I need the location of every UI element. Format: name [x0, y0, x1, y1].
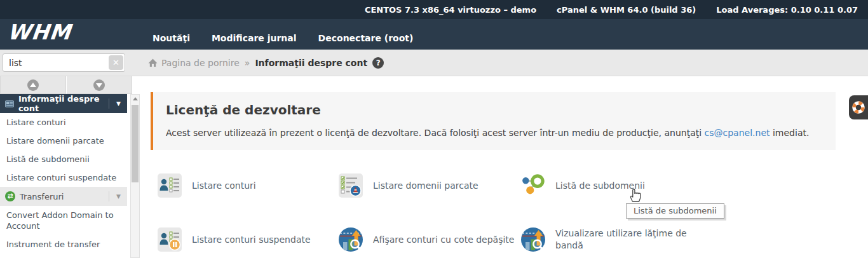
- sidebar-item-list-accounts[interactable]: Listare conturi: [0, 113, 127, 132]
- feature-bandwidth-usage[interactable]: Vizualizare utilizare lăţime de bandă: [521, 227, 705, 252]
- feature-list-accounts[interactable]: Listare conturi: [158, 173, 256, 198]
- notice-title: Licenţă de dezvoltare: [166, 102, 823, 118]
- suspended-accounts-icon: [158, 227, 182, 252]
- feature-label: Listare domenii parcate: [373, 180, 478, 192]
- tooltip: Listă de subdomenii: [626, 203, 724, 219]
- breadcrumb-separator: »: [245, 58, 250, 68]
- whm-logo[interactable]: WHM: [6, 20, 72, 44]
- breadcrumb: Pagina de pornire » Informaţii despre co…: [148, 50, 384, 76]
- whm-window: CENTOS 7.3 x86_64 virtuozzo – demo cPane…: [0, 0, 868, 258]
- account-info-icon: [5, 100, 14, 108]
- sidebar-section-title: Informaţii despre cont: [18, 94, 104, 113]
- sidebar-scrollbar[interactable]: [130, 94, 140, 258]
- subheader: ✕ Pagina de pornire » Informaţii despre …: [0, 50, 868, 76]
- mouse-cursor-icon: [628, 186, 642, 205]
- accounts-list-icon: [158, 173, 182, 198]
- feature-list-suspended-accounts[interactable]: Listare conturi suspendate: [158, 227, 311, 252]
- load-averages: Load Averages: 0.10 0.11 0.07: [716, 5, 858, 15]
- feature-label: Afişare conturi cu cote depăşite: [373, 234, 514, 246]
- breadcrumb-home[interactable]: Pagina de pornire: [148, 58, 240, 68]
- scroll-down-button[interactable]: [66, 76, 132, 94]
- scrollbar-up-icon[interactable]: [131, 95, 139, 103]
- arrow-down-icon: [93, 79, 105, 91]
- search-box: ✕: [3, 53, 125, 72]
- nav-news[interactable]: Noutăţi: [153, 33, 190, 43]
- feature-quota-exceeded[interactable]: Afişare conturi cu cote depăşite: [339, 227, 514, 252]
- feature-label: Vizualizare utilizare lăţime de bandă: [555, 227, 705, 252]
- lifesaver-icon: [851, 100, 865, 114]
- system-info: CENTOS 7.3 x86_64 virtuozzo – demo: [365, 5, 536, 15]
- sidebar-pager: [0, 76, 132, 94]
- sidebar-section-transfers[interactable]: ⇄ Transferuri ▼: [0, 187, 127, 206]
- quota-exceeded-icon: [339, 227, 363, 252]
- feature-label: Listare conturi suspendate: [192, 234, 311, 246]
- transfers-icon: ⇄: [5, 191, 15, 201]
- sidebar-section-title: Transferuri: [20, 192, 64, 201]
- sidebar-item-list-suspended[interactable]: Listare conturi suspendate: [0, 168, 127, 187]
- arrow-up-icon: [27, 79, 39, 91]
- search-input[interactable]: [3, 53, 125, 72]
- clear-search-icon[interactable]: ✕: [109, 55, 123, 70]
- subdomains-icon: [521, 173, 545, 198]
- breadcrumb-current: Informaţii despre cont: [255, 58, 367, 68]
- dev-license-notice: Licenţă de dezvoltare Acest server utili…: [151, 92, 836, 150]
- app-header: WHM Noutăţi Modificare jurnal Deconectar…: [0, 19, 868, 50]
- notice-body: Acest server utilizează în prezent o lic…: [166, 128, 823, 138]
- sidebar: Informaţii despre cont ▼ Listare conturi…: [0, 94, 127, 254]
- feature-label: Listare conturi: [192, 180, 256, 192]
- home-icon: [148, 58, 158, 67]
- scrollbar-thumb[interactable]: [132, 105, 139, 182]
- feature-list-parked-domains[interactable]: Listare domenii parcate: [339, 173, 478, 198]
- chevron-collapsed-icon[interactable]: ▼: [109, 191, 122, 201]
- breadcrumb-home-label: Pagina de pornire: [161, 58, 240, 68]
- notice-text-before: Acest server utilizează în prezent o lic…: [166, 128, 705, 138]
- chevron-down-icon[interactable]: ▼: [109, 98, 122, 109]
- sidebar-item-list-subdomains[interactable]: Listă de subdomenii: [0, 150, 127, 168]
- feature-list-subdomains[interactable]: Listă de subdomenii: [521, 173, 645, 198]
- nav-change-log[interactable]: Modificare jurnal: [212, 33, 297, 43]
- scroll-up-button[interactable]: [0, 76, 66, 94]
- parked-domains-icon: [339, 173, 363, 198]
- support-tab[interactable]: [849, 95, 868, 119]
- sidebar-section-account-info[interactable]: Informaţii despre cont ▼: [0, 94, 127, 113]
- sidebar-item-convert-addon[interactable]: Convert Addon Domain to Account: [0, 206, 127, 235]
- notice-text-after: imediat.: [770, 128, 810, 138]
- help-icon[interactable]: ?: [372, 57, 384, 69]
- main-nav: Noutăţi Modificare jurnal Deconectare (r…: [153, 33, 413, 43]
- status-bar: CENTOS 7.3 x86_64 virtuozzo – demo cPane…: [0, 0, 868, 19]
- support-email-link[interactable]: cs@cpanel.net: [705, 128, 770, 138]
- sidebar-item-transfer-tool[interactable]: Instrument de transfer: [0, 235, 127, 254]
- version-info: cPanel & WHM 64.0 (build 36): [557, 5, 696, 15]
- bandwidth-usage-icon: [521, 227, 545, 252]
- nav-logout[interactable]: Deconectare (root): [318, 33, 414, 43]
- sidebar-item-list-parked-domains[interactable]: Listare domenii parcate: [0, 132, 127, 150]
